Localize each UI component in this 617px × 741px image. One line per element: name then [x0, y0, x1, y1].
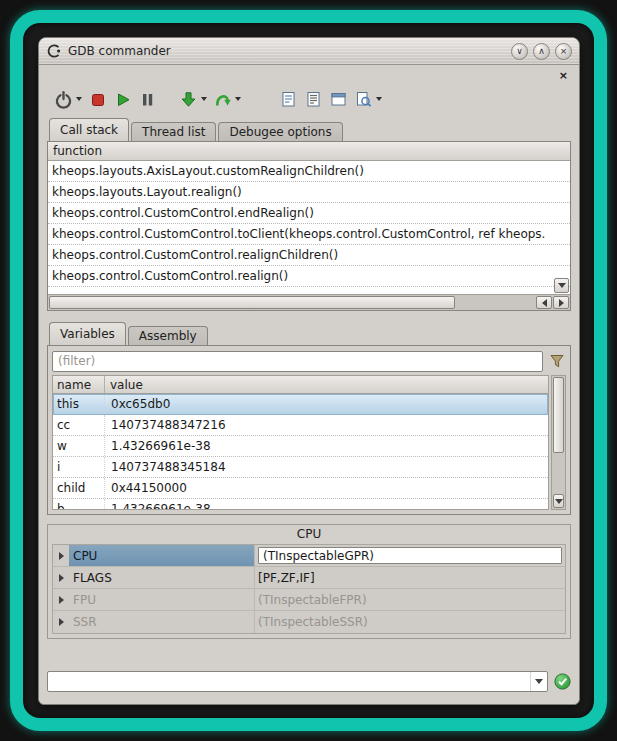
expander-ssr[interactable] [53, 611, 69, 633]
output-icon [304, 90, 323, 109]
callstack-row[interactable]: kheops.layouts.AxisLayout.customRealignC… [48, 161, 570, 182]
callstack-tabbar: Call stack Thread list Debugee options [47, 116, 571, 141]
chevron-right-icon [59, 552, 64, 560]
stop-icon [88, 90, 107, 109]
gdb-commander-window: GDB commander ∨ ∧ × × [38, 37, 580, 705]
power-button[interactable] [51, 86, 85, 112]
filter-input[interactable] [52, 351, 543, 372]
inspect-dropdown-icon[interactable] [376, 97, 382, 101]
titlebar[interactable]: GDB commander ∨ ∧ × [39, 38, 579, 65]
column-header-value[interactable]: value [105, 376, 548, 393]
tab-assembly[interactable]: Assembly [128, 326, 208, 345]
log-icon [279, 90, 298, 109]
expander-fpu[interactable] [53, 589, 69, 611]
chevron-down-icon [535, 679, 543, 684]
variable-row[interactable]: child 0x44150000 [53, 478, 548, 499]
step-dropdown-icon[interactable] [201, 97, 207, 101]
expander-flags[interactable] [53, 567, 69, 589]
scroll-right-button[interactable] [553, 296, 569, 309]
tab-debugee-options[interactable]: Debugee options [218, 122, 342, 141]
filter-row [52, 350, 566, 372]
cpu-groupbox: CPU CPU (TInspectableGPR) FLAGS [PF,ZF,I… [47, 524, 571, 639]
dock-header: × [47, 68, 571, 82]
scroll-down-button[interactable] [554, 278, 569, 293]
cpu-row-name[interactable]: CPU [69, 545, 255, 567]
variable-value: 140737488345184 [105, 457, 548, 477]
variable-row[interactable]: w 1.43266961e-38 [53, 436, 548, 457]
tab-call-stack[interactable]: Call stack [49, 118, 129, 141]
cpu-row-value[interactable]: (TInspectableSSR) [255, 611, 565, 633]
callstack-row[interactable]: kheops.control.CustomControl.realignChil… [48, 245, 570, 266]
variable-name: b [53, 499, 105, 510]
callstack-column-header[interactable]: function [48, 142, 570, 161]
cpu-row-name[interactable]: FPU [69, 589, 255, 611]
cpu-row-value[interactable]: [PF,ZF,IF] [255, 567, 565, 589]
stop-button[interactable] [85, 86, 110, 112]
variable-name: child [53, 478, 105, 498]
scroll-down-button[interactable] [553, 494, 564, 508]
callstack-row[interactable]: kheops.control.CustomControl.endRealign(… [48, 203, 570, 224]
continue-dropdown-icon[interactable] [235, 97, 241, 101]
command-combobox[interactable] [47, 671, 548, 692]
cpu-row-value-cell: (TInspectableGPR) [255, 545, 565, 567]
variables-header-row: name value [53, 376, 548, 394]
cpu-inspector-table: CPU (TInspectableGPR) FLAGS [PF,ZF,IF] F… [52, 544, 566, 634]
horizontal-scrollbar[interactable] [48, 294, 570, 310]
chevron-down-icon [555, 499, 563, 504]
variable-value: 1.43266961e-38 [105, 499, 548, 510]
scroll-left-button[interactable] [536, 296, 552, 309]
callstack-row[interactable]: kheops.layouts.Layout.realign() [48, 182, 570, 203]
power-dropdown-icon[interactable] [76, 97, 82, 101]
step-over-icon [213, 90, 232, 109]
scrollbar-thumb[interactable] [49, 296, 455, 309]
cpu-row-name[interactable]: SSR [69, 611, 255, 633]
tab-variables[interactable]: Variables [49, 322, 126, 345]
vertical-scrollbar[interactable] [551, 375, 566, 510]
variable-row[interactable]: b 1.43266961e-38 [53, 499, 548, 510]
minimize-button[interactable]: ∨ [511, 43, 528, 60]
scrollbar-trough[interactable] [455, 296, 535, 309]
dock-close-icon[interactable]: × [559, 70, 568, 81]
variable-name: this [53, 394, 105, 414]
output-button[interactable] [301, 86, 326, 112]
tab-thread-list[interactable]: Thread list [131, 122, 216, 141]
close-button[interactable]: × [555, 43, 572, 60]
column-header-name[interactable]: name [53, 376, 105, 393]
combobox-dropdown-button[interactable] [530, 672, 547, 691]
variable-row[interactable]: i 140737488345184 [53, 457, 548, 478]
run-button[interactable] [110, 86, 135, 112]
variables-table: name value this 0xc65db0 cc 140737488347… [52, 375, 549, 510]
callstack-panel: function kheops.layouts.AxisLayout.custo… [47, 141, 571, 311]
callstack-row[interactable]: kheops.control.CustomControl.toClient(kh… [48, 224, 570, 245]
window-title: GDB commander [68, 44, 171, 58]
chevron-right-icon [59, 574, 64, 582]
variable-row[interactable]: cc 140737488347216 [53, 415, 548, 436]
variables-panel: name value this 0xc65db0 cc 140737488347… [47, 345, 571, 515]
cpu-row-value[interactable]: (TInspectableFPR) [255, 589, 565, 611]
cpu-row-name[interactable]: FLAGS [69, 567, 255, 589]
callstack-rows: kheops.layouts.AxisLayout.customRealignC… [48, 161, 570, 294]
callstack-row[interactable]: kheops.control.CustomControl.realign() [48, 266, 570, 287]
variable-row[interactable]: this 0xc65db0 [53, 394, 548, 415]
windows-button[interactable] [326, 86, 351, 112]
maximize-button[interactable]: ∧ [533, 43, 550, 60]
windows-icon [329, 90, 348, 109]
expander-cpu[interactable] [53, 545, 69, 567]
chevron-right-icon [59, 596, 64, 604]
pause-button[interactable] [135, 86, 160, 112]
cpu-value-field[interactable]: (TInspectableGPR) [258, 547, 562, 564]
variables-table-area: name value this 0xc65db0 cc 140737488347… [52, 375, 566, 510]
scrollbar-trough[interactable] [553, 453, 564, 493]
inspect-button[interactable] [351, 86, 385, 112]
filter-icon[interactable] [548, 352, 566, 370]
variable-name: i [53, 457, 105, 477]
scrollbar-thumb[interactable] [553, 377, 564, 453]
window-buttons: ∨ ∧ × [511, 43, 572, 60]
app-icon [46, 43, 62, 59]
continue-button[interactable] [210, 86, 244, 112]
variable-value: 140737488347216 [105, 415, 548, 435]
log-button[interactable] [276, 86, 301, 112]
step-button[interactable] [176, 86, 210, 112]
chevron-left-icon [542, 299, 547, 307]
ok-icon[interactable] [554, 673, 571, 690]
